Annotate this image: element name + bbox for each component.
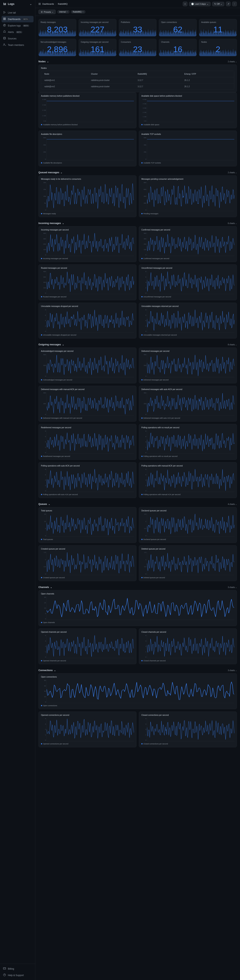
sidebar-item-team-members[interactable]: Team members [0,42,35,48]
chart-card[interactable]: Redelivered messages per second 86420 Re… [38,424,137,460]
chart-svg [147,430,234,453]
chart-card[interactable]: Open connections 806040200 Open connecti… [38,673,237,709]
close-icon[interactable]: × [83,11,84,13]
chart-line [147,99,234,122]
chart-card[interactable]: Delivered messages with manual ACK per s… [38,386,137,422]
star-button[interactable]: ☆ [183,2,188,6]
section-header[interactable]: Channels ⌄ 3 charts ⌄ [38,584,237,590]
chart-card[interactable]: Opened channels per second 43210 Opened … [38,628,137,664]
section-header[interactable]: Connections ⌄ 3 charts ⌄ [38,667,237,673]
section-header[interactable]: Queued messages ⌄ 2 charts ⌄ [38,170,237,175]
table-header-cell[interactable]: Cluster [91,73,138,75]
section-header[interactable]: Incoming messages ⌄ 6 charts ⌄ [38,220,237,226]
chart-card[interactable]: Available file descriptors 60k40k20k0 Av… [38,130,137,166]
chart-card[interactable]: Opened connections per second 43210 Open… [38,711,137,747]
sidebar-item-sources[interactable]: Sources [0,35,35,42]
table-header-cell[interactable]: Node [45,73,91,75]
table-row[interactable]: rabbit@vm1rabbitmq-prod-cluster3.12.726.… [41,77,234,83]
share-button[interactable]: ↗ [226,2,230,6]
play-icon [3,11,6,14]
more-button[interactable]: ⋮ [232,2,237,6]
presets-button[interactable]: Presets ⌄ [38,10,56,14]
sidebar-item-alerts[interactable]: Alerts BETA [0,29,35,35]
table-header-cell[interactable]: Erlang / OTP [184,73,231,75]
metric-card[interactable]: Incoming messages per second 227 [79,19,116,37]
chart-card[interactable]: Incoming messages per second 40030020010… [38,226,137,262]
breadcrumb-section[interactable]: Dashboards [42,3,54,5]
sliders-icon [41,11,43,13]
metric-card[interactable]: Available queues 11 [199,19,237,37]
chart-card[interactable]: Deleted queues per second 1.510.50 Delet… [139,545,237,581]
section-channels: Channels ⌄ 3 charts ⌄ Open channels 2015… [38,584,237,664]
metric-card[interactable]: Consumers 23 [119,39,157,56]
sidebar-item-explore-logs[interactable]: Explore logs BETA [0,22,35,29]
chart-card[interactable]: Delivered messages with auto ACK per sec… [139,386,237,422]
chart-card[interactable]: Available disk space before publishers b… [139,92,237,128]
chart-card[interactable]: Closed channels per second 43210 Closed … [139,628,237,664]
timerange-button[interactable]: 🕐 Last 3 days ⌄ [189,2,210,6]
chart-card[interactable]: Available TCP sockets 60k40k20k0 Availab… [139,130,237,166]
refresh-button[interactable]: ↻ Off ⌄ [212,2,224,6]
chart-card[interactable]: Unroutable messages returned per second … [139,302,237,339]
chart-card[interactable]: Closed connections per second 43210 Clos… [139,711,237,747]
table-header-cell[interactable]: RabbitMQ [138,73,184,75]
chart-legend: Closed connections per second [141,743,234,745]
close-icon[interactable]: × [67,11,68,13]
filter-pill[interactable]: internal× [57,10,70,14]
chart-title: Available TCP sockets [141,133,234,135]
section-header[interactable]: Outgoing messages ⌄ 8 charts ⌄ [38,342,237,347]
chart-grid: Available memory before publishers block… [38,92,237,166]
chart-card[interactable]: Total queues 151050 Total queues [38,507,137,543]
legend-label: Routed messages per second [43,296,67,298]
chart-card[interactable]: Unconfirmed messages per second 86420 Un… [139,264,237,300]
chart-card[interactable]: Available memory before publishers block… [38,92,137,128]
chart-card[interactable]: Created queues per second 1.510.50 Creat… [38,545,137,581]
chart-card[interactable]: Confirmed messages per second 4003002001… [139,226,237,262]
metric-card[interactable]: Publishers 33 [119,19,157,37]
chart-title: Declared queues per second [141,510,234,512]
chart-legend: Declared queues per second [141,538,234,540]
chart-card[interactable]: Routed messages per second 4003002001000… [38,264,137,300]
chevron-down-icon: ⌄ [48,503,50,506]
section-header[interactable]: Queues ⌄ 4 charts ⌄ [38,501,237,507]
section-outgoing-messages: Outgoing messages ⌄ 8 charts ⌄ Acknowled… [38,342,237,498]
chart-title: Created queues per second [41,548,134,550]
chart-svg [47,430,134,453]
chart-card[interactable]: Polling operations with no result per se… [139,424,237,460]
section-title: Channels ⌄ [38,586,52,589]
chart-legend: Open channels [41,622,234,624]
sidebar-item-help-&-support[interactable]: Help & Support [0,972,35,978]
chart-ylabels: 43210 [141,718,146,741]
section-header[interactable]: Nodes ⌄ 2 charts ⌄ [38,59,237,65]
chart-card[interactable]: Messages ready to be delivered to consum… [38,175,137,217]
chart-card[interactable]: Polling operations with manual ACK per s… [139,462,237,498]
chart-card[interactable]: Open channels 20151050 Open channels [38,590,237,626]
table-row[interactable]: rabbit@vm2rabbitmq-prod-cluster3.12.726.… [41,83,234,89]
chart-ylabels: 151050 [41,513,46,537]
chevron-down-icon: ⌄ [235,60,237,63]
sidebar-item-dashboards[interactable]: Dashboards BETA [2,16,33,22]
metric-card[interactable]: Channels 16 [159,39,197,56]
chart-card[interactable]: Acknowledged messages per second 4002000… [38,347,137,383]
section-queued-messages: Queued messages ⌄ 2 charts ⌄ Messages re… [38,170,237,217]
metric-card[interactable]: Open connections 62 [159,19,197,37]
metric-card[interactable]: Ready messages 8,203 [38,19,76,37]
metric-card[interactable]: Outgoing messages per second 161 [79,39,116,56]
chart-card[interactable]: Unroutable messages dropped per second 8… [38,302,137,339]
chart-ylabels: 20k15k10k5k0 [41,182,46,211]
brand[interactable]: Logs ⌄ [0,0,35,8]
chart-svg [147,354,234,377]
chevron-down-icon[interactable]: ⌄ [30,2,32,5]
chart-svg [147,182,234,211]
sidebar-item-live-tail[interactable]: Live tail [0,10,35,16]
metric-card[interactable]: Not acknowledged messages 2,896 [38,39,76,56]
chart-card[interactable]: Polling operations with auto ACK per sec… [38,462,137,498]
chart-title: Confirmed messages per second [141,229,234,231]
section-title: Queues ⌄ [38,503,50,506]
filter-pill[interactable]: RabbitMQ× [71,10,86,14]
chart-card[interactable]: Delivered messages per second 4002000 De… [139,347,237,383]
chart-card[interactable]: Declared queues per second 1.510.50 Decl… [139,507,237,543]
chart-card[interactable]: Messages pending consumer acknowledgemen… [139,175,237,217]
sidebar-item-billing[interactable]: Billing [0,966,35,972]
metric-card[interactable]: Nodes 2 [199,39,237,56]
